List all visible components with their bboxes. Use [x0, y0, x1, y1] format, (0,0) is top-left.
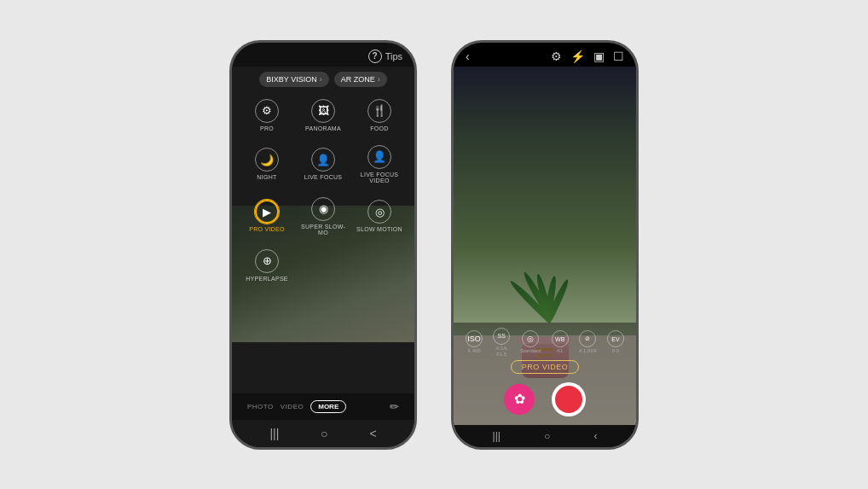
live-focus-video-label: LIVE FOCUS VIDEO	[355, 172, 404, 183]
capture-row: ✿	[460, 377, 629, 420]
night-label: NIGHT	[257, 174, 276, 180]
record-button[interactable]	[552, 382, 586, 416]
live-focus-label: LIVE FOCUS	[304, 174, 343, 180]
ar-chevron: ›	[378, 75, 380, 84]
mode-panorama[interactable]: 🖼 PANORAMA	[297, 94, 350, 137]
bixby-button[interactable]: ✿	[504, 384, 535, 415]
zoom-icon: ⊘	[579, 330, 596, 347]
super-slow-mo-icon: ◉	[311, 197, 335, 221]
photo-tab[interactable]: PHOTO	[247, 403, 274, 410]
hyperlapse-label: HYPERLAPSE	[246, 276, 288, 282]
pro-label: PRO	[260, 125, 274, 131]
aperture-value: F1.5	[496, 352, 506, 357]
bixby-chevron: ›	[320, 75, 322, 84]
ar-zone-btn[interactable]: AR ZONE ›	[334, 72, 387, 87]
right-nav-home[interactable]: ○	[544, 430, 550, 442]
ev-icon: EV	[607, 330, 624, 347]
iso-icon: ISO	[466, 330, 483, 347]
zoom-setting[interactable]: ⊘ A 1.00X	[579, 330, 597, 353]
record-inner	[555, 386, 582, 413]
bixby-vision-label: BIXBY VISION	[266, 75, 316, 84]
mode-night[interactable]: 🌙 NIGHT	[240, 140, 293, 189]
panorama-label: PANORAMA	[305, 125, 341, 131]
mode-pro-video[interactable]: ▶ PRO VIDEO	[240, 192, 293, 241]
tips-label: Tips	[385, 51, 402, 61]
nav-home-icon[interactable]: ○	[321, 427, 327, 440]
live-focus-icon: 👤	[311, 148, 335, 172]
right-ratio-icon[interactable]: ▣	[593, 49, 605, 63]
mode-hyperlapse[interactable]: ⊕ HYPERLAPSE	[240, 244, 293, 287]
left-top-bar: ? Tips	[232, 43, 414, 67]
focus-icon: ◎	[522, 330, 539, 347]
nav-recent-icon[interactable]: |||	[269, 427, 279, 440]
pro-icon: ⚙	[255, 99, 279, 123]
night-icon: 🌙	[255, 148, 279, 172]
camera-controls-overlay: ISO A 400 SS A 1/s F1.5 ◎ Standard WB	[454, 323, 636, 425]
system-nav-bar: ||| ○ <	[232, 420, 414, 447]
mode-grid: ⚙ PRO 🖼 PANORAMA 🍴 FOOD 🌙 NIGHT 👤	[240, 94, 406, 287]
slow-motion-label: SLOW MOTION	[356, 226, 402, 232]
ev-value: 0.0	[612, 348, 619, 353]
right-phone: ‹ ⚙ ⚡ ▣ ☐	[451, 40, 639, 450]
tips-button[interactable]: ? Tips	[368, 49, 402, 63]
food-icon: 🍴	[367, 99, 391, 123]
focus-setting[interactable]: ◎ Standard	[520, 330, 541, 353]
pro-video-label: PRO VIDEO	[249, 226, 285, 232]
mode-menu-area: BIXBY VISION › AR ZONE › ⚙ PRO 🖼 PANORAM…	[232, 67, 414, 393]
mode-live-focus-video[interactable]: 👤 LIVE FOCUS VIDEO	[353, 140, 406, 189]
ar-zone-label: AR ZONE	[341, 75, 375, 84]
shutter-setting[interactable]: SS A 1/s F1.5	[493, 328, 510, 357]
panorama-icon: 🖼	[311, 99, 335, 123]
pro-video-pill: PRO VIDEO	[511, 360, 580, 374]
right-nav-back[interactable]: ‹	[593, 430, 597, 442]
camera-viewfinder: ISO A 400 SS A 1/s F1.5 ◎ Standard WB	[454, 67, 636, 425]
right-system-nav: ||| ○ ‹	[454, 425, 636, 447]
mode-food[interactable]: 🍴 FOOD	[353, 94, 406, 137]
mode-super-slow-mo[interactable]: ◉ SUPER SLOW-MO	[297, 192, 350, 241]
cam-settings-row: ISO A 400 SS A 1/s F1.5 ◎ Standard WB	[460, 328, 629, 357]
focus-value: Standard	[520, 348, 541, 353]
right-extra-icon[interactable]: ☐	[613, 49, 624, 63]
nav-back-icon[interactable]: <	[369, 427, 376, 440]
wb-setting[interactable]: WB A1	[552, 330, 569, 353]
shutter-value: A 1/s	[495, 346, 506, 351]
pro-video-badge-container: PRO VIDEO	[460, 360, 629, 374]
food-label: FOOD	[370, 125, 388, 131]
right-top-icons: ⚙ ⚡ ▣ ☐	[551, 49, 624, 63]
right-settings-icon[interactable]: ⚙	[551, 49, 562, 63]
edit-icon[interactable]: ✏	[390, 400, 399, 413]
bixby-vision-btn[interactable]: BIXBY VISION ›	[259, 72, 328, 87]
pro-video-pill-label: PRO VIDEO	[522, 363, 569, 371]
mode-live-focus[interactable]: 👤 LIVE FOCUS	[297, 140, 350, 189]
right-phone-screen: ‹ ⚙ ⚡ ▣ ☐	[454, 43, 636, 447]
wb-value: A1	[557, 348, 563, 353]
top-modes-row: BIXBY VISION › AR ZONE ›	[240, 72, 406, 87]
live-focus-video-icon: 👤	[367, 145, 391, 169]
zoom-value: A 1.00X	[579, 348, 597, 353]
shutter-icon: SS	[493, 328, 510, 345]
iso-setting[interactable]: ISO A 400	[466, 330, 483, 353]
iso-value: A 400	[467, 348, 480, 353]
more-tab[interactable]: MORE	[310, 400, 346, 413]
mode-slow-motion[interactable]: ◎ SLOW MOTION	[353, 192, 406, 241]
camera-mode-tabs: PHOTO VIDEO MORE	[247, 400, 346, 413]
bixby-icon: ✿	[514, 391, 525, 407]
pro-video-icon: ▶	[255, 200, 279, 224]
slow-motion-icon: ◎	[367, 200, 391, 224]
tips-icon: ?	[368, 49, 382, 63]
super-slow-mo-label: SUPER SLOW-MO	[298, 224, 348, 236]
left-phone-screen: ? Tips BIXBY VISION › AR ZONE ›	[232, 43, 414, 447]
right-motion-icon[interactable]: ⚡	[570, 49, 585, 63]
right-back-icon[interactable]: ‹	[466, 49, 470, 63]
ev-setting[interactable]: EV 0.0	[607, 330, 624, 353]
right-top-bar: ‹ ⚙ ⚡ ▣ ☐	[454, 43, 636, 67]
mode-pro[interactable]: ⚙ PRO	[240, 94, 293, 137]
video-tab[interactable]: VIDEO	[281, 403, 304, 410]
left-phone: ? Tips BIXBY VISION › AR ZONE ›	[229, 40, 417, 450]
hyperlapse-icon: ⊕	[255, 249, 279, 273]
wb-icon: WB	[552, 330, 569, 347]
camera-bottom-bar: PHOTO VIDEO MORE ✏	[232, 393, 414, 420]
right-nav-recent[interactable]: |||	[493, 430, 501, 442]
